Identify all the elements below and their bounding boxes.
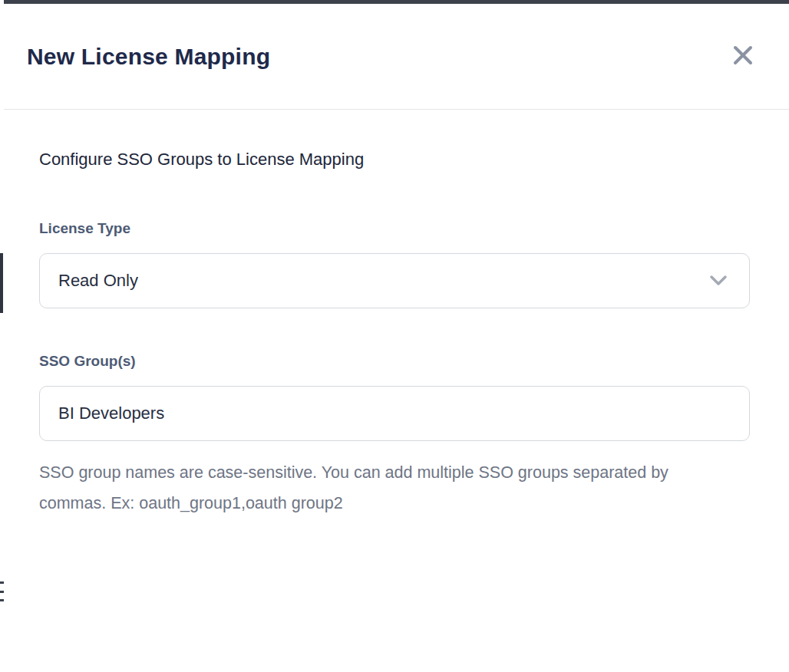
sso-groups-helper-text: SSO group names are case-sensitive. You …: [39, 458, 715, 519]
background-edge-mark: [0, 253, 3, 313]
sso-groups-input[interactable]: [39, 386, 750, 441]
license-type-label: License Type: [39, 220, 754, 237]
dialog-body: Configure SSO Groups to License Mapping …: [4, 110, 789, 519]
new-license-mapping-dialog: New License Mapping Configure SSO Groups…: [4, 4, 789, 672]
sso-groups-label: SSO Group(s): [39, 353, 754, 370]
dialog-header: New License Mapping: [4, 4, 789, 110]
license-type-select[interactable]: Read Only: [39, 253, 750, 308]
close-button[interactable]: [729, 43, 757, 71]
close-icon: [733, 45, 753, 68]
license-type-selected-value: Read Only: [58, 271, 138, 291]
dialog-title: New License Mapping: [27, 44, 270, 70]
chevron-down-icon: [709, 275, 728, 287]
config-heading: Configure SSO Groups to License Mapping: [39, 150, 754, 170]
